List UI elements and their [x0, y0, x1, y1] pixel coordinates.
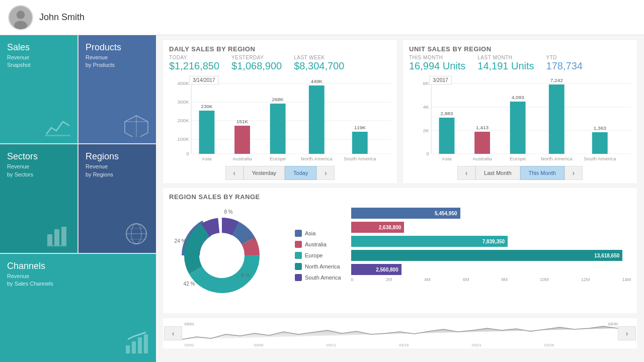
header: John Smith [0, 0, 644, 35]
hbar-europe: 7,839,350 [351, 236, 631, 247]
legend-north-america: North America [295, 263, 341, 270]
svg-text:449K: 449K [311, 78, 323, 83]
svg-text:Australia: Australia [232, 156, 252, 161]
user-name: John Smith [39, 12, 85, 23]
unit-prev-btn[interactable]: ‹ [457, 166, 475, 180]
svg-text:8 %: 8 % [224, 209, 232, 215]
svg-text:Asia: Asia [442, 156, 452, 161]
svg-text:03/06: 03/06 [254, 343, 264, 347]
legend-label-australia: Australia [305, 241, 327, 247]
svg-text:Europe: Europe [510, 156, 526, 161]
svg-text:03/01: 03/01 [185, 343, 194, 347]
svg-text:North America: North America [541, 156, 573, 161]
sidebar-tile-regions[interactable]: Regions Revenueby Regions [78, 144, 156, 252]
unit-thismonth-label: THIS MONTH [409, 55, 465, 60]
svg-rect-9 [61, 227, 66, 245]
sidebar-tile-regions-title: Regions [86, 151, 149, 162]
svg-text:400K: 400K [178, 80, 190, 85]
legend-australia: Australia [295, 241, 341, 248]
unit-sales-chart: UNIT SALES BY REGION THIS MONTH 16,994 U… [403, 40, 637, 183]
svg-text:268K: 268K [272, 97, 284, 102]
svg-rect-16 [126, 345, 130, 353]
svg-text:North America: North America [301, 156, 333, 161]
unit-lastmonth-btn[interactable]: Last Month [475, 166, 520, 180]
svg-text:2,883: 2,883 [441, 111, 453, 116]
svg-text:South America: South America [344, 156, 376, 161]
sidebar-tile-sectors[interactable]: Sectors Revenueby Sectors [0, 144, 77, 252]
unit-lastmonth-value: 14,191 Units [477, 60, 534, 72]
unit-thismonth-btn[interactable]: This Month [520, 166, 565, 180]
unit-stat-lastmonth: LAST MONTH 14,191 Units [477, 55, 534, 72]
svg-rect-40 [309, 85, 325, 154]
hbar-area: 5,454,950 2,638,800 7,839,350 13,618,650 [351, 203, 631, 308]
content-area: DAILY SALES BY REGION TODAY $1,216,850 Y… [156, 35, 644, 362]
daily-sales-chart: DAILY SALES BY REGION TODAY $1,216,850 Y… [163, 40, 397, 183]
daily-bar-svg: 400K 300K 200K 100K 0 230K Asia 151K Aus… [169, 76, 391, 164]
svg-rect-67 [592, 132, 608, 154]
unit-stat-thismonth: THIS MONTH 16,994 Units [409, 55, 465, 72]
range-title: REGION SALES BY RANGE [169, 193, 631, 201]
svg-text:03/26: 03/26 [544, 343, 554, 347]
daily-today-btn[interactable]: Today [285, 166, 316, 180]
svg-text:Australia: Australia [472, 156, 492, 161]
timeline-section: ‹ 03/01 03/30 03/01 03/06 [163, 318, 637, 348]
daily-prev-btn[interactable]: ‹ [225, 166, 244, 180]
svg-text:03/30: 03/30 [608, 322, 618, 326]
sidebar-tile-channels-title: Channels [7, 261, 149, 272]
sidebar-tile-products-sub: Revenueby Products [86, 54, 149, 69]
daily-next-btn[interactable]: › [316, 166, 335, 180]
legend-label-north-america: North America [305, 263, 340, 269]
arrow-up-icon [124, 330, 149, 357]
legend-label-europe: Europe [305, 252, 323, 258]
main-layout: Sales RevenueSnapshot Products Revenueby… [0, 35, 644, 362]
svg-rect-37 [270, 104, 286, 154]
daily-yesterday-btn[interactable]: Yesterday [244, 166, 285, 180]
svg-rect-17 [132, 341, 136, 353]
svg-text:8 %: 8 % [241, 273, 250, 278]
top-charts: DAILY SALES BY REGION TODAY $1,216,850 Y… [163, 40, 637, 183]
donut-legend: Asia Australia Europe North America [295, 203, 341, 308]
legend-europe: Europe [295, 252, 341, 259]
svg-point-75 [200, 233, 244, 278]
unit-sales-stats: THIS MONTH 16,994 Units LAST MONTH 14,19… [409, 55, 631, 72]
svg-rect-55 [439, 118, 455, 154]
svg-rect-19 [144, 334, 148, 353]
timeline-next-btn[interactable]: › [618, 326, 636, 340]
legend-label-south-america: South America [305, 275, 341, 281]
svg-rect-64 [549, 84, 565, 154]
svg-text:1,363: 1,363 [594, 125, 606, 130]
daily-yesterday-value: $1,068,900 [231, 60, 282, 72]
svg-text:03/21: 03/21 [471, 343, 481, 347]
daily-yesterday-label: YESTERDAY [231, 55, 282, 60]
svg-rect-10 [47, 245, 66, 246]
svg-rect-43 [352, 132, 368, 154]
svg-rect-8 [54, 229, 59, 245]
svg-text:4K: 4K [423, 104, 430, 109]
unit-sales-title: UNIT SALES BY REGION [409, 45, 631, 53]
unit-ytd-value: 178,734 [546, 60, 583, 72]
daily-stat-yesterday: YESTERDAY $1,068,900 [231, 55, 282, 72]
sidebar-tile-products[interactable]: Products Revenueby Products [78, 35, 156, 143]
daily-today-label: TODAY [169, 55, 219, 60]
daily-lastweek-label: LAST WEEK [294, 55, 344, 60]
daily-lastweek-value: $8,304,700 [294, 60, 344, 72]
timeline-chart: 03/01 03/30 03/01 03/06 03/11 03/16 03/2… [182, 319, 618, 347]
legend-dot-asia [295, 230, 302, 237]
unit-next-btn[interactable]: › [565, 166, 583, 180]
daily-sales-stats: TODAY $1,216,850 YESTERDAY $1,068,900 LA… [169, 55, 391, 72]
svg-text:03/11: 03/11 [327, 343, 336, 347]
sidebar-tile-regions-sub: Revenueby Regions [86, 163, 149, 178]
sidebar-tile-sales-title: Sales [7, 42, 70, 53]
svg-text:24 %: 24 % [175, 238, 186, 244]
bar-chart-icon [45, 224, 70, 248]
svg-text:0: 0 [426, 151, 429, 156]
sidebar-tile-channels[interactable]: Channels Revenueby Sales Channels [0, 254, 156, 362]
timeline-prev-btn[interactable]: ‹ [164, 326, 182, 340]
svg-rect-7 [47, 234, 52, 245]
daily-stat-lastweek: LAST WEEK $8,304,700 [294, 55, 344, 72]
sidebar-tile-sales[interactable]: Sales RevenueSnapshot [0, 35, 77, 143]
svg-text:4,093: 4,093 [512, 95, 524, 100]
daily-nav-row: ‹ Yesterday Today › [169, 166, 391, 180]
unit-stat-ytd: YTD 178,734 [546, 55, 583, 72]
donut-svg: 8 % 17 % 8 % 42 % 24 % [169, 203, 275, 308]
